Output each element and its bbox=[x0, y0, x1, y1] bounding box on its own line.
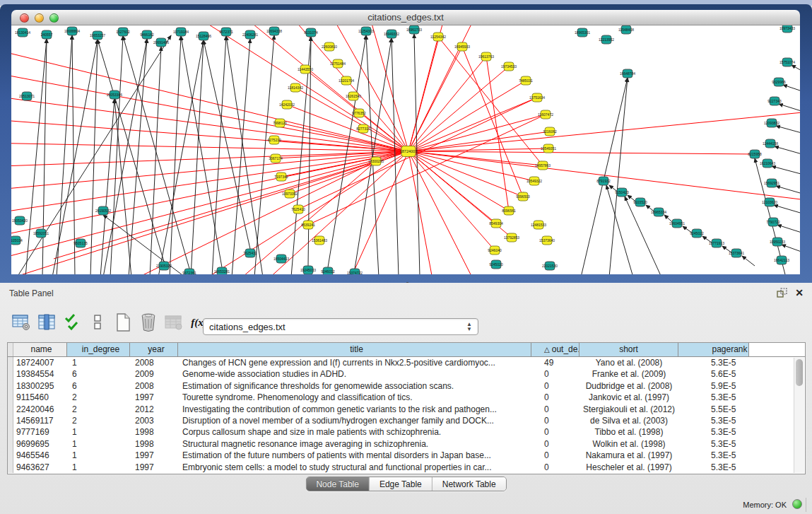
graph-edge[interactable] bbox=[42, 39, 47, 274]
table-cell[interactable]: 1997 bbox=[130, 462, 178, 473]
table-cell[interactable]: Investigating the contribution of common… bbox=[178, 404, 531, 415]
column-header-title[interactable]: title bbox=[178, 343, 531, 356]
table-cell[interactable]: 1997 bbox=[130, 392, 178, 403]
graph-node[interactable]: 19245033 bbox=[300, 266, 316, 274]
graph-node[interactable]: 10653257 bbox=[90, 31, 105, 40]
graph-node[interactable]: 19613763 bbox=[478, 52, 494, 61]
table-cell[interactable]: 5.6E-5 bbox=[678, 368, 749, 380]
graph-node[interactable]: 8215958 bbox=[748, 150, 762, 158]
table-row[interactable]: 946362711997Embryonic stem cells: a mode… bbox=[8, 462, 805, 473]
table-cell[interactable]: 18300295 bbox=[13, 380, 67, 392]
graph-edge[interactable] bbox=[343, 151, 408, 274]
column-header-out_de[interactable]: △out_de... bbox=[531, 343, 579, 356]
graph-node[interactable]: 10694338 bbox=[266, 27, 282, 35]
table-cell[interactable]: 1998 bbox=[130, 438, 178, 450]
graph-edge[interactable] bbox=[408, 57, 486, 151]
graph-node[interactable]: 10973433 bbox=[779, 25, 795, 33]
close-panel-icon[interactable]: ✕ bbox=[795, 286, 804, 299]
graph-edge[interactable] bbox=[408, 37, 438, 151]
graph-node[interactable]: 19053420 bbox=[12, 216, 28, 225]
graph-edge[interactable] bbox=[98, 40, 164, 262]
graph-node[interactable]: 16949332 bbox=[384, 30, 399, 38]
graph-node[interactable]: 11548408 bbox=[618, 25, 634, 34]
table-cell[interactable]: Changes of HCN gene expression and I(f) … bbox=[178, 357, 531, 368]
graph-edge[interactable] bbox=[90, 40, 98, 274]
graph-node[interactable]: 11254342 bbox=[430, 33, 446, 41]
select-all-icon[interactable] bbox=[62, 313, 81, 332]
table-cell[interactable]: Franke et al. (2009) bbox=[579, 368, 678, 380]
new-table-icon[interactable] bbox=[113, 313, 132, 332]
graph-edge[interactable] bbox=[274, 140, 408, 151]
graph-edge[interactable] bbox=[408, 110, 800, 151]
graph-node[interactable]: 13201704 bbox=[339, 76, 354, 85]
table-cell[interactable]: 5.3E-5 bbox=[678, 438, 749, 450]
table-cell[interactable]: 9777169 bbox=[13, 426, 67, 438]
graph-node[interactable]: 12213952 bbox=[599, 35, 614, 44]
table-cell[interactable]: 0 bbox=[531, 404, 579, 415]
graph-edge[interactable] bbox=[212, 36, 226, 274]
table-cell[interactable]: 6 bbox=[67, 368, 130, 380]
table-cell[interactable]: 5.3E-5 bbox=[678, 426, 749, 438]
table-cell[interactable]: Embryonic stem cells: a model to study s… bbox=[178, 462, 531, 473]
table-cell[interactable]: Structural magnetic resonance image aver… bbox=[178, 438, 531, 450]
graph-node[interactable]: 10549351 bbox=[541, 144, 556, 153]
column-header-pagerank[interactable]: pagerank bbox=[678, 343, 749, 356]
graph-node[interactable]: 18965301 bbox=[575, 28, 590, 37]
table-cell[interactable]: 1 bbox=[67, 426, 130, 438]
table-cell[interactable]: 2008 bbox=[130, 357, 178, 368]
zoom-window-button[interactable] bbox=[49, 13, 59, 23]
table-cell[interactable]: 2012 bbox=[130, 404, 178, 415]
graph-node[interactable]: 22021530 bbox=[542, 262, 558, 270]
table-cell[interactable]: Jankovic et al. (1997) bbox=[579, 392, 678, 403]
table-cell[interactable]: Wolkin et al. (1998) bbox=[579, 438, 678, 450]
graph-node[interactable]: 8791932 bbox=[596, 177, 611, 185]
graph-edge[interactable] bbox=[581, 78, 628, 274]
graph-node[interactable]: 12751484 bbox=[330, 59, 346, 68]
table-cell[interactable]: 0 bbox=[531, 368, 579, 380]
graph-node[interactable]: 22600810 bbox=[322, 42, 337, 51]
graph-node[interactable]: 3216062 bbox=[543, 127, 557, 136]
graph-node[interactable]: 13792853 bbox=[504, 233, 519, 242]
graph-node[interactable]: 8549304 bbox=[489, 219, 503, 228]
graph-edge[interactable] bbox=[25, 39, 47, 274]
tab-node-table[interactable]: Node Table bbox=[306, 477, 370, 491]
table-cell[interactable]: 1 bbox=[67, 450, 130, 461]
graph-edge[interactable] bbox=[232, 39, 250, 274]
table-cell[interactable]: 0 bbox=[531, 415, 579, 426]
graph-node[interactable]: 16961733 bbox=[406, 25, 422, 34]
clear-selection-icon[interactable] bbox=[88, 313, 107, 332]
graph-node[interactable]: 20691406 bbox=[153, 38, 169, 47]
graph-node[interactable]: 240557 bbox=[41, 30, 53, 39]
table-row[interactable]: 1456911722003Disruption of a novel membe… bbox=[8, 415, 805, 426]
graph-node[interactable]: 3067174 bbox=[269, 154, 283, 163]
graph-node[interactable]: 20513071 bbox=[19, 92, 35, 100]
table-cell[interactable]: 5.3E-5 bbox=[678, 450, 749, 461]
table-cell[interactable]: 5.3E-5 bbox=[678, 462, 749, 473]
table-cell[interactable]: 6 bbox=[67, 380, 130, 392]
table-cell[interactable]: 0 bbox=[531, 438, 579, 450]
graph-node[interactable]: 11254303 bbox=[358, 27, 374, 35]
graph-node[interactable]: 16261540 bbox=[346, 92, 361, 100]
table-cell[interactable]: Nakamura et al. (1997) bbox=[579, 450, 678, 461]
graph-node[interactable]: 11607472 bbox=[538, 110, 553, 119]
graph-node[interactable]: 9572371 bbox=[219, 28, 233, 36]
graph-node[interactable]: 9329966 bbox=[772, 78, 786, 86]
graph-edge[interactable] bbox=[408, 151, 478, 274]
table-row[interactable]: 2242004622012Investigating the contribut… bbox=[8, 404, 805, 415]
tab-network-table[interactable]: Network Table bbox=[433, 477, 506, 491]
graph-edge[interactable] bbox=[486, 57, 509, 211]
graph-node[interactable]: 16945933 bbox=[454, 42, 470, 51]
graph-edge[interactable] bbox=[408, 151, 534, 181]
graph-node[interactable]: 9466162 bbox=[140, 30, 154, 39]
graph-edge[interactable] bbox=[57, 35, 72, 274]
graph-node[interactable]: 9105034 bbox=[11, 236, 23, 245]
table-cell[interactable]: 14569117 bbox=[13, 415, 67, 426]
graph-node[interactable]: 13751634 bbox=[529, 93, 545, 102]
graph-node[interactable]: 10549322 bbox=[526, 177, 542, 185]
graph-node[interactable]: 9396503 bbox=[516, 192, 530, 201]
table-cell[interactable]: 9463627 bbox=[13, 462, 67, 473]
table-row[interactable]: 977716911998Corpus callosum shape and si… bbox=[8, 426, 805, 438]
graph-node[interactable]: 21905322 bbox=[156, 262, 172, 270]
graph-edge[interactable] bbox=[72, 35, 75, 274]
graph-node[interactable]: 9227343 bbox=[767, 97, 782, 105]
